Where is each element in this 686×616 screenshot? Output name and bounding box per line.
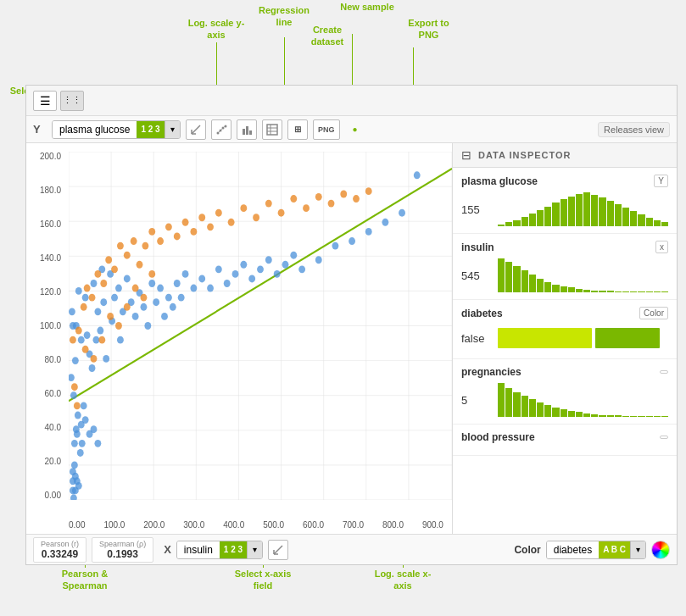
svg-point-111 (75, 482, 82, 490)
svg-point-158 (124, 303, 131, 311)
svg-point-68 (117, 336, 124, 344)
di-bar (646, 416, 653, 417)
di-field-name-glucose: plasma glucose (461, 175, 538, 187)
svg-rect-11 (267, 125, 277, 135)
log-scale-x-button[interactable] (268, 540, 288, 560)
svg-point-110 (70, 494, 77, 500)
bottom-row: Pearson (r) 0.33249 Spearman (ρ) 0.1993 … (26, 534, 677, 564)
svg-point-128 (124, 252, 131, 259)
svg-point-162 (71, 383, 78, 391)
di-bar (615, 204, 622, 226)
svg-point-140 (215, 209, 222, 217)
releases-view-button[interactable]: Releases view (598, 122, 670, 137)
bar-chart-button[interactable] (237, 119, 257, 140)
regression-line-button[interactable] (211, 119, 231, 140)
svg-point-77 (157, 285, 164, 292)
log-scale-y-icon (190, 124, 202, 136)
create-dataset-button[interactable] (262, 119, 282, 140)
svg-point-117 (91, 425, 98, 433)
di-bar (622, 208, 629, 226)
di-bar (630, 416, 637, 417)
log-scale-y-button[interactable] (186, 119, 206, 140)
annotation-pearson: Pearson & Spearman (51, 568, 119, 592)
svg-line-36 (69, 169, 452, 401)
scatter-container: 200.0 180.0 160.0 140.0 120.0 100.0 80.0… (26, 143, 452, 534)
svg-point-100 (349, 237, 355, 245)
svg-point-130 (137, 261, 143, 269)
svg-point-97 (298, 265, 305, 273)
di-bar (599, 197, 605, 226)
svg-point-119 (75, 327, 82, 335)
di-bar (505, 262, 512, 292)
svg-point-79 (165, 294, 172, 302)
svg-point-112 (71, 440, 78, 447)
svg-point-135 (174, 233, 181, 241)
export-png-button[interactable]: PNG (313, 119, 340, 140)
svg-point-83 (182, 270, 189, 278)
svg-point-90 (240, 261, 247, 269)
scatter-plot-button[interactable]: ⋮⋮ (60, 91, 84, 111)
pearson-value: 0.33249 (42, 548, 78, 560)
svg-point-118 (94, 440, 101, 447)
svg-point-98 (315, 256, 322, 264)
di-bar (537, 402, 544, 417)
di-bar (607, 291, 614, 292)
di-bar (654, 291, 661, 292)
di-bar (607, 415, 614, 417)
svg-point-136 (182, 219, 189, 226)
hamburger-icon: ☰ (40, 94, 51, 108)
svg-point-95 (282, 261, 289, 269)
svg-point-154 (91, 355, 98, 363)
di-bar (498, 225, 505, 226)
new-sample-button[interactable]: ⊞ (287, 119, 308, 140)
svg-point-42 (71, 461, 78, 469)
svg-point-46 (69, 374, 75, 381)
x-field-dropdown[interactable]: ▾ (247, 541, 262, 558)
svg-point-141 (228, 219, 235, 226)
di-bar (552, 408, 559, 417)
svg-rect-9 (246, 126, 248, 135)
svg-point-39 (75, 287, 82, 295)
di-bar (513, 266, 520, 292)
svg-point-60 (100, 298, 107, 306)
svg-point-55 (91, 280, 98, 287)
di-bar (568, 197, 575, 226)
scatter-plot-area[interactable] (69, 152, 452, 500)
svg-point-75 (148, 280, 155, 287)
y-axis-field-select[interactable]: plasma glucose 1 2 3 ▾ (52, 120, 181, 139)
di-field-badge-diabetes: Color (639, 307, 668, 319)
color-wheel-button[interactable] (651, 541, 670, 559)
svg-point-53 (81, 402, 87, 409)
hamburger-button[interactable]: ☰ (33, 91, 57, 111)
di-bar (576, 289, 583, 292)
svg-point-138 (198, 214, 205, 221)
svg-rect-8 (243, 129, 245, 135)
svg-point-123 (94, 270, 101, 278)
active-dot: ● (353, 125, 358, 134)
svg-point-139 (207, 223, 214, 230)
annotation-log-x: Log. scale x-axis (373, 568, 432, 592)
svg-line-165 (274, 546, 282, 554)
x-axis-field-select[interactable]: insulin 1 2 3 ▾ (176, 541, 263, 559)
di-field-badge-glucose: Y (654, 175, 668, 187)
di-bar (607, 201, 614, 226)
color-field-dropdown[interactable]: ▾ (630, 541, 645, 558)
di-bar (513, 392, 520, 417)
annotation-export: Export to PNG (397, 17, 460, 42)
color-field-badge: A B C (599, 541, 630, 558)
svg-point-164 (70, 336, 76, 344)
di-bar (622, 416, 629, 417)
di-bar (638, 214, 644, 226)
svg-point-103 (399, 209, 405, 217)
svg-point-40 (70, 391, 77, 399)
svg-point-50 (82, 294, 89, 302)
svg-point-44 (78, 336, 85, 344)
y-field-dropdown[interactable]: ▾ (165, 121, 180, 138)
color-field-select[interactable]: diabetes A B C ▾ (546, 541, 646, 559)
di-bar (591, 195, 598, 226)
svg-point-51 (84, 331, 91, 339)
di-bar (552, 285, 559, 292)
annotation-create-dataset: Create dataset (302, 24, 353, 48)
di-bar (521, 396, 528, 417)
toolbar: ☰ ⋮⋮ (26, 86, 677, 116)
